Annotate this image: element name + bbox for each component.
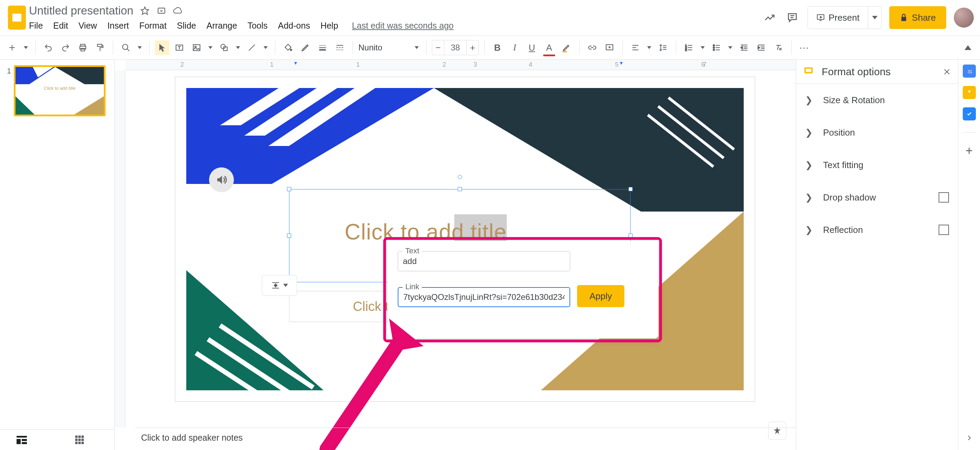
- insert-link-button[interactable]: [585, 40, 600, 55]
- grid-view-icon[interactable]: [75, 436, 84, 444]
- vertical-ruler[interactable]: [115, 70, 125, 428]
- editor-canvas: 2 1 1 2 3 4 5 6 7 ▾ ▾: [115, 60, 796, 450]
- more-button[interactable]: ⋯: [797, 40, 812, 55]
- italic-button[interactable]: I: [508, 40, 522, 55]
- autofit-chip[interactable]: [262, 275, 297, 296]
- keep-icon[interactable]: [963, 86, 976, 99]
- account-avatar[interactable]: [954, 8, 974, 28]
- activity-icon[interactable]: [762, 10, 777, 25]
- slide[interactable]: Click to add title Click t: [175, 77, 755, 401]
- apply-button[interactable]: Apply: [577, 285, 624, 307]
- calendar-icon[interactable]: 31: [963, 65, 976, 78]
- svg-rect-125: [81, 436, 84, 438]
- font-size-increase[interactable]: +: [466, 40, 479, 55]
- section-reflection[interactable]: ❯ Reflection: [796, 214, 958, 246]
- line-spacing-button[interactable]: [656, 40, 670, 55]
- image-dropdown[interactable]: [207, 46, 214, 49]
- decrease-indent-button[interactable]: [737, 40, 751, 55]
- svg-rect-26: [193, 45, 200, 50]
- svg-marker-59: [701, 46, 705, 49]
- comments-icon[interactable]: [785, 10, 800, 25]
- align-dropdown[interactable]: [645, 46, 653, 49]
- select-tool[interactable]: [155, 40, 169, 55]
- filmstrip-view-icon[interactable]: [17, 436, 27, 444]
- last-edit-link[interactable]: Last edit was seconds ago: [352, 21, 453, 31]
- bulleted-list-button[interactable]: [709, 40, 724, 55]
- menu-view[interactable]: View: [78, 21, 97, 31]
- bold-button[interactable]: B: [490, 40, 505, 55]
- menu-slide[interactable]: Slide: [177, 21, 196, 31]
- menu-format[interactable]: Format: [139, 21, 167, 31]
- highlight-button[interactable]: [559, 40, 574, 55]
- link-url-input[interactable]: [398, 287, 570, 307]
- drop-shadow-checkbox[interactable]: [939, 192, 949, 203]
- star-icon[interactable]: [140, 6, 150, 16]
- horizontal-ruler[interactable]: 2 1 1 2 3 4 5 6 7 ▾ ▾: [125, 60, 796, 70]
- speaker-notes[interactable]: Click to add speaker notes: [135, 428, 796, 450]
- clear-formatting-button[interactable]: [771, 40, 786, 55]
- thumb-number: 1: [4, 65, 14, 116]
- section-size-rotation[interactable]: ❯ Size & Rotation: [796, 84, 958, 116]
- shape-tool[interactable]: [217, 40, 231, 55]
- align-button[interactable]: [628, 40, 643, 55]
- font-dropdown[interactable]: [413, 46, 420, 49]
- menu-arrange[interactable]: Arrange: [206, 21, 237, 31]
- border-dash-button[interactable]: [332, 40, 347, 55]
- menu-help[interactable]: Help: [320, 21, 338, 31]
- collapse-toolbar-button[interactable]: [961, 40, 975, 55]
- shape-dropdown[interactable]: [234, 46, 242, 49]
- present-button[interactable]: Present: [808, 6, 868, 29]
- undo-button[interactable]: [41, 40, 56, 55]
- section-position[interactable]: ❯ Position: [796, 116, 958, 149]
- tasks-icon[interactable]: [963, 107, 976, 120]
- document-title[interactable]: Untitled presentation: [29, 4, 134, 17]
- print-button[interactable]: [76, 40, 90, 55]
- menu-file[interactable]: File: [29, 21, 43, 31]
- svg-rect-1: [12, 13, 22, 22]
- reflection-checkbox[interactable]: [939, 225, 949, 235]
- line-tool[interactable]: [245, 40, 259, 55]
- border-weight-button[interactable]: [315, 40, 330, 55]
- font-size-value[interactable]: 38: [444, 40, 466, 55]
- font-size-decrease[interactable]: −: [432, 40, 444, 55]
- new-slide-dropdown[interactable]: [22, 46, 30, 49]
- cloud-status-icon[interactable]: [173, 6, 183, 16]
- border-color-button[interactable]: [298, 40, 312, 55]
- font-select[interactable]: [358, 43, 410, 53]
- svg-rect-18: [97, 44, 102, 46]
- fill-color-button[interactable]: [281, 40, 295, 55]
- audio-icon[interactable]: [209, 168, 234, 192]
- zoom-button[interactable]: [119, 40, 133, 55]
- numbered-list-button[interactable]: 123: [682, 40, 696, 55]
- addons-plus-icon[interactable]: +: [963, 144, 976, 157]
- slide-thumbnail[interactable]: Click to add title: [14, 65, 105, 116]
- redo-button[interactable]: [58, 40, 73, 55]
- bulleted-list-dropdown[interactable]: [727, 46, 734, 49]
- menu-addons[interactable]: Add-ons: [278, 21, 310, 31]
- slides-logo[interactable]: [5, 3, 29, 32]
- menu-tools[interactable]: Tools: [247, 21, 267, 31]
- numbered-list-dropdown[interactable]: [699, 46, 706, 49]
- textbox-tool[interactable]: [172, 40, 187, 55]
- move-icon[interactable]: [156, 6, 167, 16]
- close-panel-button[interactable]: [943, 68, 951, 76]
- underline-button[interactable]: U: [525, 40, 539, 55]
- link-text-input[interactable]: [398, 251, 570, 271]
- share-button[interactable]: Share: [889, 6, 946, 29]
- menu-edit[interactable]: Edit: [53, 21, 68, 31]
- image-tool[interactable]: [189, 40, 204, 55]
- zoom-dropdown[interactable]: [136, 46, 143, 49]
- text-color-button[interactable]: A: [542, 40, 557, 55]
- new-slide-button[interactable]: [5, 40, 19, 55]
- section-text-fitting[interactable]: ❯ Text fitting: [796, 149, 958, 181]
- paint-format-button[interactable]: [93, 40, 107, 55]
- menu-insert[interactable]: Insert: [107, 21, 129, 31]
- present-dropdown[interactable]: [868, 6, 881, 29]
- hide-side-panel-button[interactable]: [963, 431, 976, 444]
- section-drop-shadow[interactable]: ❯ Drop shadow: [796, 181, 958, 214]
- svg-point-62: [713, 47, 714, 48]
- insert-comment-button[interactable]: [602, 40, 617, 55]
- svg-rect-119: [17, 436, 27, 437]
- line-dropdown[interactable]: [262, 46, 269, 49]
- increase-indent-button[interactable]: [754, 40, 768, 55]
